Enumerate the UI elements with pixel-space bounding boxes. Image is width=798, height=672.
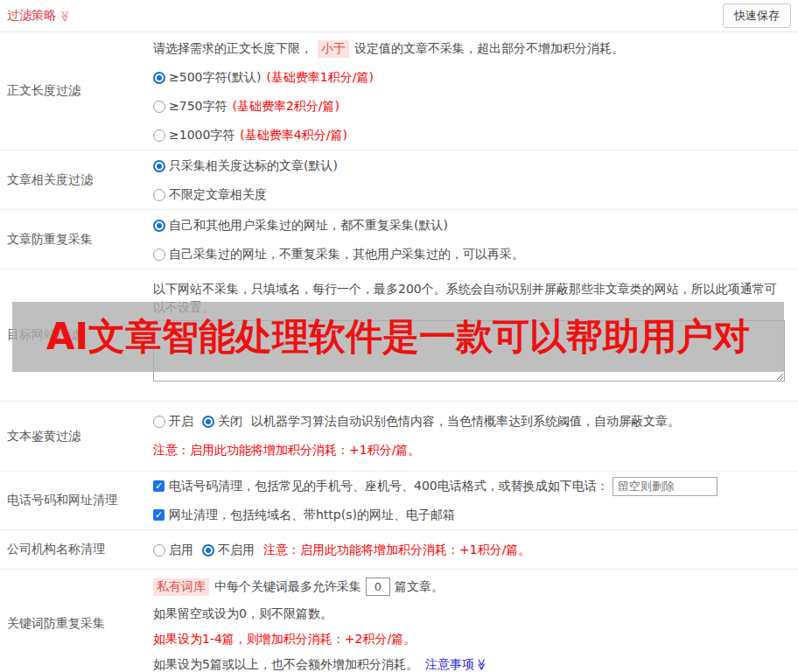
row-label-content-length: 正文长度过滤: [0, 32, 153, 150]
radio-label: 不限定文章相关度: [169, 187, 267, 203]
radio-cost-note: (基础费率1积分/篇): [266, 70, 374, 86]
radio-label: 只采集相关度达标的文章(默认): [169, 158, 338, 174]
keyword-note-five-text: 如果设为5篇或以上，也不会额外增加积分消耗。: [153, 657, 418, 672]
radio-option-dedup-all[interactable]: 自己和其他用户采集过的网址，都不重复采集(默认): [153, 211, 791, 240]
radio-selected-icon[interactable]: [202, 544, 214, 556]
target-site-desc: 以下网站不采集，只填域名，每行一个，最多200个。系统会自动识别并屏蔽那些非文章…: [153, 276, 785, 317]
row-dedup-collection: 文章防重复采集 自己和其他用户采集过的网址，都不重复采集(默认) 自己采集过的网…: [0, 210, 798, 270]
keyword-limit-suffix: 篇文章。: [395, 579, 444, 595]
radio-unselected-icon[interactable]: [153, 130, 165, 142]
intro-prefix: 请选择需求的正文长度下限，: [153, 41, 312, 57]
row-phone-url-clean: 电话号码和网址清理 电话号码清理，包括常见的手机号、座机号、400电话格式，或替…: [0, 472, 798, 530]
chevron-double-down-icon: [476, 659, 487, 671]
radio-option-enable[interactable]: 启用: [169, 542, 193, 558]
keyword-note-five: 如果设为5篇或以上，也不会额外增加积分消耗。 注意事项: [153, 652, 791, 672]
keyword-note-zero: 如果留空或设为0，则不限篇数。: [153, 601, 791, 626]
radio-label: ≥1000字符: [169, 128, 234, 144]
radio-option-dedup-self[interactable]: 自己采集过的网址，不重复采集，其他用户采集过的，可以再采。: [153, 240, 791, 269]
keyword-limit-text: 中每个关键词最多允许采集: [214, 579, 361, 595]
phone-clean-label: 电话号码清理，包括常见的手机号、座机号、400电话格式，或替换成如下电话：: [169, 479, 609, 494]
row-label-company-clean: 公司机构名称清理: [0, 530, 153, 569]
radio-selected-icon[interactable]: [153, 72, 165, 84]
radio-label: ≥500字符(默认): [169, 70, 261, 86]
quick-save-button[interactable]: 快速保存: [723, 4, 791, 28]
content-length-intro: 请选择需求的正文长度下限， 小于 设定值的文章不采集，超出部分不增加积分消耗。: [153, 34, 791, 63]
porn-filter-note: 注意：启用此功能将增加积分消耗：+1积分/篇。: [153, 436, 791, 465]
keyword-note-cost: 如果设为1-4篇，则增加积分消耗：+2积分/篇。: [153, 626, 791, 652]
url-clean-label: 网址清理，包括纯域名、带http(s)的网址、电子邮箱: [169, 508, 455, 523]
radio-option-disable[interactable]: 关闭: [218, 414, 242, 430]
notice-link-text: 注意事项: [425, 657, 474, 672]
radio-option-relevance-no[interactable]: 不限定文章相关度: [153, 180, 791, 209]
radio-unselected-icon[interactable]: [153, 248, 165, 261]
page-title-text: 过滤策略: [7, 8, 56, 24]
porn-filter-desc: 以机器学习算法自动识别色情内容，当色情概率达到系统阈值，自动屏蔽文章。: [251, 414, 680, 430]
radio-option-relevance-yes[interactable]: 只采集相关度达标的文章(默认): [153, 151, 791, 180]
row-content-length-filter: 正文长度过滤 请选择需求的正文长度下限， 小于 设定值的文章不采集，超出部分不增…: [0, 32, 798, 150]
radio-option-750[interactable]: ≥750字符 (基础费率2积分/篇): [153, 92, 791, 121]
row-label-relevance: 文章相关度过滤: [0, 150, 153, 209]
less-than-chip: 小于: [318, 40, 349, 58]
radio-cost-note: (基础费率2积分/篇): [232, 99, 340, 115]
phone-clean-option[interactable]: 电话号码清理，包括常见的手机号、座机号、400电话格式，或替换成如下电话：: [153, 472, 791, 500]
keyword-limit-line: 私有词库 中每个关键词最多允许采集 篇文章。: [153, 572, 791, 601]
notice-link[interactable]: 注意事项: [425, 657, 488, 672]
intro-suffix: 设定值的文章不采集，超出部分不增加积分消耗。: [354, 41, 624, 57]
blocked-domains-textarea[interactable]: [153, 320, 785, 382]
checkbox-checked-icon[interactable]: [153, 509, 164, 521]
row-company-clean: 公司机构名称清理 启用 不启用 注意：启用此功能将增加积分消耗：+1积分/篇。: [0, 530, 798, 570]
page-title: 过滤策略: [7, 8, 72, 24]
row-relevance-filter: 文章相关度过滤 只采集相关度达标的文章(默认) 不限定文章相关度: [0, 150, 798, 210]
chevron-double-down-icon[interactable]: [60, 10, 71, 22]
radio-option-disable[interactable]: 不启用: [218, 542, 255, 558]
radio-unselected-icon[interactable]: [153, 189, 165, 201]
radio-unselected-icon[interactable]: [153, 544, 165, 556]
private-thesaurus-chip[interactable]: 私有词库: [153, 578, 209, 596]
radio-option-enable[interactable]: 开启: [169, 414, 193, 430]
row-target-site-filter: 目标网站过滤 以下网站不采集，只填域名，每行一个，最多200个。系统会自动识别并…: [0, 270, 798, 402]
radio-selected-icon[interactable]: [153, 160, 165, 172]
row-label-target-site: 目标网站过滤: [0, 270, 153, 401]
row-label-porn-filter: 文本鉴黄过滤: [0, 402, 153, 471]
row-label-phone-url: 电话号码和网址清理: [0, 472, 153, 529]
row-label-keyword-dedup: 关键词防重复采集: [0, 570, 153, 672]
page-header: 过滤策略 快速保存: [0, 0, 798, 32]
url-clean-option[interactable]: 网址清理，包括纯域名、带http(s)的网址、电子邮箱: [153, 500, 791, 529]
row-porn-filter: 文本鉴黄过滤 开启 关闭 以机器学习算法自动识别色情内容，当色情概率达到系统阈值…: [0, 402, 798, 472]
row-keyword-dedup: 关键词防重复采集 私有词库 中每个关键词最多允许采集 篇文章。 如果留空或设为0…: [0, 570, 798, 672]
radio-option-1000[interactable]: ≥1000字符 (基础费率4积分/篇): [153, 121, 791, 150]
radio-label: ≥750字符: [169, 99, 227, 115]
radio-unselected-icon[interactable]: [153, 101, 165, 113]
radio-unselected-icon[interactable]: [153, 416, 165, 428]
radio-selected-icon[interactable]: [153, 220, 165, 232]
radio-label: 自己采集过的网址，不重复采集，其他用户采集过的，可以再采。: [169, 247, 524, 262]
company-clean-note: 注意：启用此功能将增加积分消耗：+1积分/篇。: [263, 542, 530, 558]
checkbox-checked-icon[interactable]: [153, 480, 164, 492]
radio-option-500[interactable]: ≥500字符(默认) (基础费率1积分/篇): [153, 63, 791, 92]
row-label-dedup: 文章防重复采集: [0, 210, 153, 269]
replacement-phone-input[interactable]: [612, 477, 718, 496]
keyword-count-input[interactable]: [366, 578, 390, 596]
radio-label: 自己和其他用户采集过的网址，都不重复采集(默认): [169, 218, 448, 234]
radio-selected-icon[interactable]: [202, 416, 214, 428]
radio-cost-note: (基础费率4积分/篇): [240, 128, 347, 144]
